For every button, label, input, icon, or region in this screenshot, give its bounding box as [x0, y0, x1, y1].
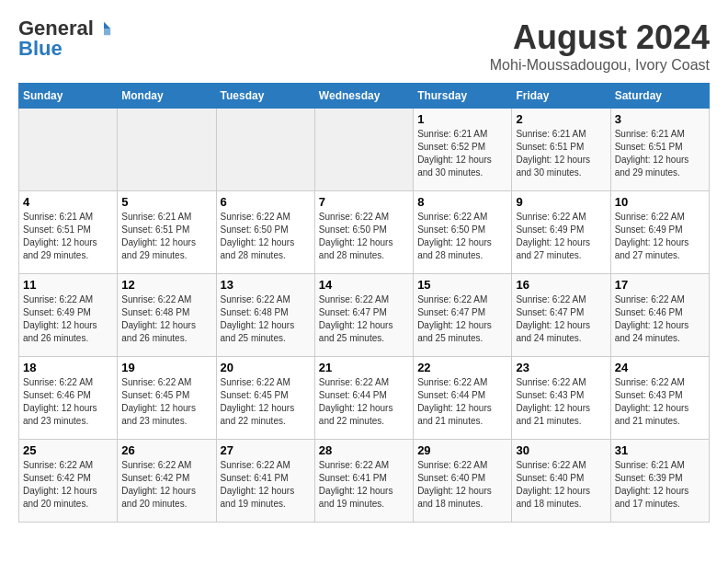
day-number: 13: [221, 278, 311, 292]
day-info: Sunrise: 6:22 AM Sunset: 6:44 PM Dayligh…: [417, 376, 507, 428]
day-number: 11: [23, 278, 113, 292]
calendar-cell: 11Sunrise: 6:22 AM Sunset: 6:49 PM Dayli…: [19, 274, 118, 357]
calendar-cell: 27Sunrise: 6:22 AM Sunset: 6:41 PM Dayli…: [216, 440, 314, 523]
calendar-cell: [19, 109, 118, 191]
day-number: 5: [121, 195, 211, 209]
day-number: 24: [615, 361, 705, 374]
day-number: 25: [23, 443, 113, 457]
day-number: 2: [516, 112, 606, 126]
day-of-week-header: Thursday: [414, 84, 512, 109]
day-info: Sunrise: 6:22 AM Sunset: 6:47 PM Dayligh…: [516, 293, 606, 345]
calendar-cell: 20Sunrise: 6:22 AM Sunset: 6:45 PM Dayli…: [216, 357, 314, 440]
day-number: 22: [417, 361, 507, 374]
calendar-cell: 3Sunrise: 6:21 AM Sunset: 6:51 PM Daylig…: [610, 109, 709, 191]
day-number: 4: [23, 195, 113, 209]
calendar-cell: 18Sunrise: 6:22 AM Sunset: 6:46 PM Dayli…: [19, 357, 118, 440]
day-number: 7: [319, 195, 409, 209]
day-number: 27: [221, 443, 311, 457]
calendar-cell: 4Sunrise: 6:21 AM Sunset: 6:51 PM Daylig…: [19, 191, 118, 274]
day-number: 18: [23, 361, 113, 374]
day-number: 15: [417, 278, 507, 292]
day-info: Sunrise: 6:22 AM Sunset: 6:43 PM Dayligh…: [615, 376, 705, 428]
day-info: Sunrise: 6:22 AM Sunset: 6:46 PM Dayligh…: [615, 293, 705, 345]
day-info: Sunrise: 6:22 AM Sunset: 6:41 PM Dayligh…: [319, 459, 409, 511]
day-of-week-header: Tuesday: [216, 84, 314, 109]
calendar-header-row: SundayMondayTuesdayWednesdayThursdayFrid…: [19, 84, 710, 109]
calendar-cell: 17Sunrise: 6:22 AM Sunset: 6:46 PM Dayli…: [610, 274, 709, 357]
calendar-week-row: 1Sunrise: 6:21 AM Sunset: 6:52 PM Daylig…: [19, 109, 710, 191]
day-of-week-header: Sunday: [19, 84, 118, 109]
logo-icon: [96, 20, 112, 37]
calendar-cell: 25Sunrise: 6:22 AM Sunset: 6:42 PM Dayli…: [19, 440, 118, 523]
day-number: 1: [417, 112, 507, 126]
calendar-cell: 2Sunrise: 6:21 AM Sunset: 6:51 PM Daylig…: [512, 109, 610, 191]
day-of-week-header: Saturday: [610, 84, 709, 109]
calendar-cell: 1Sunrise: 6:21 AM Sunset: 6:52 PM Daylig…: [414, 109, 512, 191]
day-info: Sunrise: 6:22 AM Sunset: 6:50 PM Dayligh…: [319, 211, 409, 262]
calendar-cell: 26Sunrise: 6:22 AM Sunset: 6:42 PM Dayli…: [118, 440, 216, 523]
day-info: Sunrise: 6:22 AM Sunset: 6:45 PM Dayligh…: [121, 376, 211, 428]
calendar-cell: [216, 109, 314, 191]
calendar-cell: 8Sunrise: 6:22 AM Sunset: 6:50 PM Daylig…: [414, 191, 512, 274]
calendar-cell: 28Sunrise: 6:22 AM Sunset: 6:41 PM Dayli…: [314, 440, 413, 523]
day-info: Sunrise: 6:22 AM Sunset: 6:43 PM Dayligh…: [516, 376, 606, 428]
day-info: Sunrise: 6:22 AM Sunset: 6:49 PM Dayligh…: [23, 293, 113, 345]
day-number: 26: [121, 443, 211, 457]
calendar-cell: 9Sunrise: 6:22 AM Sunset: 6:49 PM Daylig…: [512, 191, 610, 274]
day-info: Sunrise: 6:21 AM Sunset: 6:51 PM Dayligh…: [516, 128, 606, 179]
calendar-cell: [314, 109, 413, 191]
calendar-cell: 10Sunrise: 6:22 AM Sunset: 6:49 PM Dayli…: [610, 191, 709, 274]
calendar-cell: 7Sunrise: 6:22 AM Sunset: 6:50 PM Daylig…: [314, 191, 413, 274]
day-info: Sunrise: 6:21 AM Sunset: 6:51 PM Dayligh…: [23, 211, 113, 262]
svg-marker-0: [104, 22, 110, 29]
day-of-week-header: Monday: [118, 84, 216, 109]
logo-general-text: General: [18, 18, 94, 39]
day-number: 8: [417, 195, 507, 209]
day-info: Sunrise: 6:22 AM Sunset: 6:42 PM Dayligh…: [121, 459, 211, 511]
day-number: 29: [417, 443, 507, 457]
day-number: 20: [221, 361, 311, 374]
day-info: Sunrise: 6:21 AM Sunset: 6:52 PM Dayligh…: [417, 128, 507, 179]
day-info: Sunrise: 6:22 AM Sunset: 6:44 PM Dayligh…: [319, 376, 409, 428]
calendar-cell: 22Sunrise: 6:22 AM Sunset: 6:44 PM Dayli…: [414, 357, 512, 440]
day-number: 23: [516, 361, 606, 374]
day-number: 9: [516, 195, 606, 209]
svg-marker-1: [104, 29, 110, 35]
main-title: August 2024: [490, 18, 710, 57]
title-area: August 2024 Mohi-Moussadougou, Ivory Coa…: [490, 18, 710, 74]
calendar-cell: 15Sunrise: 6:22 AM Sunset: 6:47 PM Dayli…: [414, 274, 512, 357]
calendar-week-row: 25Sunrise: 6:22 AM Sunset: 6:42 PM Dayli…: [19, 440, 710, 523]
calendar-cell: 6Sunrise: 6:22 AM Sunset: 6:50 PM Daylig…: [216, 191, 314, 274]
day-number: 28: [319, 443, 409, 457]
day-number: 21: [319, 361, 409, 374]
day-info: Sunrise: 6:22 AM Sunset: 6:42 PM Dayligh…: [23, 459, 113, 511]
calendar-cell: 16Sunrise: 6:22 AM Sunset: 6:47 PM Dayli…: [512, 274, 610, 357]
day-info: Sunrise: 6:22 AM Sunset: 6:45 PM Dayligh…: [221, 376, 311, 428]
day-info: Sunrise: 6:22 AM Sunset: 6:50 PM Dayligh…: [221, 211, 311, 262]
calendar-body: 1Sunrise: 6:21 AM Sunset: 6:52 PM Daylig…: [19, 109, 710, 523]
day-number: 16: [516, 278, 606, 292]
calendar-cell: 30Sunrise: 6:22 AM Sunset: 6:40 PM Dayli…: [512, 440, 610, 523]
calendar-cell: [118, 109, 216, 191]
day-info: Sunrise: 6:22 AM Sunset: 6:49 PM Dayligh…: [615, 211, 705, 262]
calendar-week-row: 18Sunrise: 6:22 AM Sunset: 6:46 PM Dayli…: [19, 357, 710, 440]
day-info: Sunrise: 6:22 AM Sunset: 6:49 PM Dayligh…: [516, 211, 606, 262]
day-info: Sunrise: 6:22 AM Sunset: 6:46 PM Dayligh…: [23, 376, 113, 428]
day-info: Sunrise: 6:22 AM Sunset: 6:47 PM Dayligh…: [417, 293, 507, 345]
day-of-week-header: Wednesday: [314, 84, 413, 109]
day-number: 19: [121, 361, 211, 374]
day-info: Sunrise: 6:22 AM Sunset: 6:40 PM Dayligh…: [417, 459, 507, 511]
day-info: Sunrise: 6:22 AM Sunset: 6:48 PM Dayligh…: [121, 293, 211, 345]
day-number: 17: [615, 278, 705, 292]
calendar-cell: 19Sunrise: 6:22 AM Sunset: 6:45 PM Dayli…: [118, 357, 216, 440]
header: General Blue August 2024 Mohi-Moussadoug…: [18, 18, 710, 74]
calendar-cell: 23Sunrise: 6:22 AM Sunset: 6:43 PM Dayli…: [512, 357, 610, 440]
day-info: Sunrise: 6:21 AM Sunset: 6:51 PM Dayligh…: [615, 128, 705, 179]
calendar-cell: 29Sunrise: 6:22 AM Sunset: 6:40 PM Dayli…: [414, 440, 512, 523]
day-info: Sunrise: 6:21 AM Sunset: 6:51 PM Dayligh…: [121, 211, 211, 262]
calendar-week-row: 4Sunrise: 6:21 AM Sunset: 6:51 PM Daylig…: [19, 191, 710, 274]
logo: General Blue: [18, 18, 112, 59]
calendar-table: SundayMondayTuesdayWednesdayThursdayFrid…: [18, 83, 710, 523]
calendar-cell: 24Sunrise: 6:22 AM Sunset: 6:43 PM Dayli…: [610, 357, 709, 440]
logo-blue-text: Blue: [18, 39, 63, 59]
